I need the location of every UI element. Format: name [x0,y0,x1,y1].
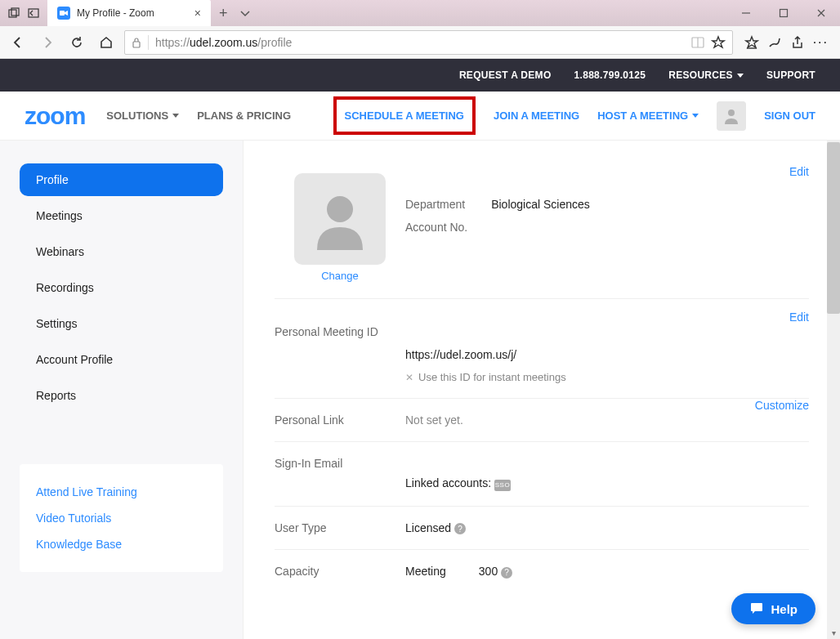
svg-rect-3 [60,11,65,16]
sign-out-link[interactable]: SIGN OUT [764,109,815,122]
favorites-list-icon[interactable] [744,35,759,50]
sidebar-item-reports[interactable]: Reports [20,379,223,412]
x-icon: ✕ [405,372,413,383]
sidebar-item-settings[interactable]: Settings [20,307,223,340]
svg-point-13 [327,196,353,222]
home-button[interactable] [95,31,118,54]
sidebar-item-account-profile[interactable]: Account Profile [20,343,223,376]
scrollbar-thumb[interactable] [827,142,840,314]
host-meeting-dropdown[interactable]: HOST A MEETING [597,109,699,122]
edit-pmi-link[interactable]: Edit [789,311,809,324]
help-fab[interactable]: Help [731,593,815,624]
new-tab-button[interactable]: + [219,5,228,22]
zoom-logo[interactable]: zoom [25,102,85,130]
forward-button[interactable] [36,31,59,54]
svg-rect-0 [9,10,16,17]
resources-dropdown[interactable]: RESOURCES [668,69,744,81]
pmi-label: Personal Meeting ID [275,325,405,383]
sidebar-item-profile[interactable]: Profile [20,163,223,196]
favorite-icon[interactable] [711,35,726,50]
share-icon[interactable] [790,35,805,50]
linked-accounts-label: Linked accounts: SSO [405,476,809,491]
main-navigation: zoom SOLUTIONS PLANS & PRICING SCHEDULE … [0,92,840,141]
capacity-label: Capacity [275,565,405,579]
profile-main-panel: Change Department Biological Sciences Ac… [244,141,840,639]
plans-link[interactable]: PLANS & PRICING [197,109,291,122]
chevron-down-icon [737,74,744,78]
window-titlebar: My Profile - Zoom × + [0,0,840,26]
sidebar-item-meetings[interactable]: Meetings [20,199,223,232]
join-meeting-link[interactable]: JOIN A MEETING [494,109,579,122]
top-info-bar: REQUEST A DEMO 1.888.799.0125 RESOURCES … [0,59,840,92]
tab-close-icon[interactable]: × [194,7,201,19]
browser-tab[interactable]: My Profile - Zoom × [47,0,211,26]
solutions-dropdown[interactable]: SOLUTIONS [106,109,179,122]
help-icon[interactable]: ? [501,567,512,579]
pmi-url: https://udel.zoom.us/j/ [405,348,809,361]
change-avatar-link[interactable]: Change [321,270,359,282]
edit-profile-link[interactable]: Edit [789,165,809,178]
svg-rect-1 [11,8,19,16]
attend-training-link[interactable]: Attend Live Training [36,479,207,505]
pmi-instant-text: Use this ID for instant meetings [418,371,566,383]
help-fab-label: Help [771,602,798,616]
svg-rect-8 [133,42,140,47]
back-button[interactable] [7,31,29,54]
chevron-down-icon [172,114,179,118]
video-tutorials-link[interactable]: Video Tutorials [36,505,207,531]
sidebar: Profile Meetings Webinars Recordings Set… [0,141,244,639]
notes-icon[interactable] [767,35,782,50]
phone-number[interactable]: 1.888.799.0125 [574,69,646,81]
tab-menu-icon[interactable] [239,7,251,19]
more-icon[interactable]: ··· [813,35,829,50]
chat-icon [749,601,764,616]
svg-point-12 [728,109,735,116]
schedule-meeting-link[interactable]: SCHEDULE A MEETING [333,96,476,135]
customize-link[interactable]: Customize [755,399,809,412]
reading-view-icon[interactable] [691,36,704,49]
refresh-button[interactable] [65,31,88,54]
scroll-down-arrow[interactable]: ▾ [827,626,840,639]
url-field[interactable]: https://udel.zoom.us/profile [124,30,733,55]
signin-email-label: Sign-In Email [275,457,405,491]
svg-rect-5 [780,10,788,17]
user-type-label: User Type [275,521,405,535]
department-label: Department [405,198,465,211]
url-text: https://udel.zoom.us/profile [155,36,685,49]
sidebar-help-box: Attend Live Training Video Tutorials Kno… [20,464,223,572]
browser-addressbar: https://udel.zoom.us/profile ··· [0,26,840,59]
knowledge-base-link[interactable]: Knowledge Base [36,531,207,557]
capacity-value: 300 ? [479,565,512,579]
user-avatar-small[interactable] [717,101,746,131]
window-minimize[interactable] [727,0,765,26]
sso-badge-icon: SSO [494,480,511,491]
request-demo-link[interactable]: REQUEST A DEMO [459,69,552,81]
window-close[interactable] [802,0,840,26]
vertical-scrollbar[interactable]: ▾ [827,141,840,639]
help-icon[interactable]: ? [454,523,466,534]
user-type-value: Licensed ? [405,521,809,535]
chevron-down-icon [692,114,699,118]
support-link[interactable]: SUPPORT [766,69,815,81]
tab-title: My Profile - Zoom [77,7,188,19]
window-maximize[interactable] [765,0,802,26]
personal-link-value: Not set yet. [405,413,809,427]
sidebar-item-webinars[interactable]: Webinars [20,235,223,268]
department-value: Biological Sciences [491,198,590,211]
profile-avatar [294,173,386,265]
zoom-favicon [57,7,70,20]
lock-icon [132,37,141,48]
tab-collapse-icon[interactable] [28,7,39,19]
sidebar-item-recordings[interactable]: Recordings [20,271,223,304]
capacity-meeting-label: Meeting [405,565,446,578]
tabs-icon[interactable] [8,7,20,19]
personal-link-label: Personal Link [275,413,405,427]
account-no-label: Account No. [405,221,467,234]
